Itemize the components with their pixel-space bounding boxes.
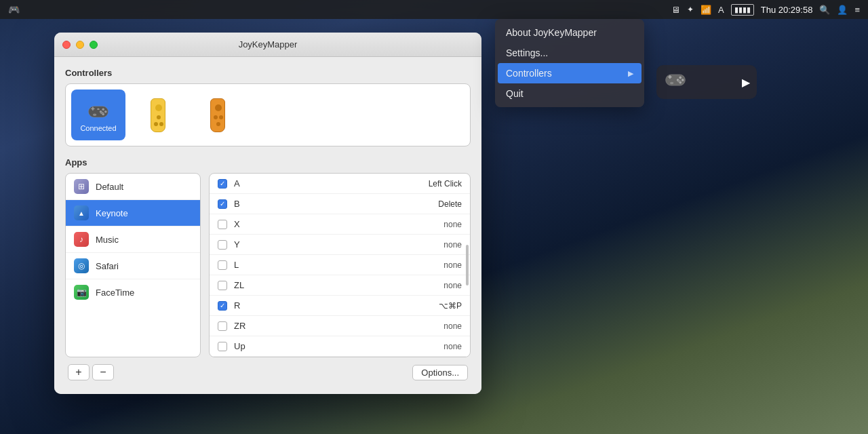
checkbox-X[interactable] — [218, 220, 227, 229]
close-button[interactable] — [62, 41, 71, 49]
mapping-row-ZL: ZL none — [210, 275, 470, 296]
app-item-music[interactable]: ♪ Music — [66, 226, 200, 253]
button-name-B: B — [234, 199, 438, 209]
user-icon[interactable]: 👤 — [837, 5, 848, 15]
add-button[interactable]: + — [68, 364, 90, 380]
button-name-Y: Y — [234, 239, 443, 250]
controllers-area: Connected — [65, 83, 471, 146]
mapping-row-Up: Up none — [210, 336, 470, 357]
battery-icon: ▮▮▮▮ — [731, 4, 754, 16]
checkbox-B[interactable]: ✓ — [218, 199, 227, 209]
maximize-button[interactable] — [90, 41, 98, 49]
checkbox-Up[interactable] — [218, 342, 227, 351]
checkbox-R[interactable]: ✓ — [218, 301, 227, 311]
svg-rect-13 — [669, 75, 671, 78]
button-name-X: X — [234, 219, 443, 229]
gamepad-icon — [86, 98, 111, 123]
mapping-value-A[interactable]: Left Click — [429, 179, 462, 189]
menu-arrow-icon: ▶ — [628, 69, 633, 78]
mapping-value-L[interactable]: none — [443, 260, 462, 270]
menu-item-controllers[interactable]: Controllers ▶ — [498, 63, 642, 83]
menu-item-quit-label: Quit — [506, 88, 524, 99]
mapping-panel: ✓ A Left Click ✓ B Delete X none — [209, 173, 471, 357]
minimize-button[interactable] — [76, 41, 84, 49]
menu-item-about-label: About JoyKeyMapper — [506, 27, 597, 38]
mapping-value-Up[interactable]: none — [443, 342, 462, 351]
app-item-safari[interactable]: ◎ Safari — [66, 253, 200, 279]
menu-item-settings-label: Settings... — [506, 47, 548, 58]
mapping-row-R: ✓ R ⌥⌘P — [210, 296, 470, 316]
mapping-value-ZR[interactable]: none — [443, 321, 462, 331]
default-app-icon: ⊞ — [74, 179, 89, 194]
menu-item-quit[interactable]: Quit — [495, 83, 644, 104]
svg-point-7 — [93, 113, 96, 116]
screen-icon[interactable]: 🖥 — [671, 5, 680, 15]
button-name-R: R — [234, 300, 439, 311]
menu-item-about[interactable]: About JoyKeyMapper — [495, 22, 644, 43]
search-icon[interactable]: 🔍 — [819, 5, 830, 15]
mapping-value-B[interactable]: Delete — [438, 199, 462, 209]
mapping-value-X[interactable]: none — [443, 220, 462, 229]
svg-point-5 — [104, 111, 107, 113]
svg-point-3 — [102, 108, 104, 111]
mapping-value-Y[interactable]: none — [443, 240, 462, 250]
dropdown-menu: About JoyKeyMapper Settings... Controlle… — [495, 19, 644, 107]
controller-item-3[interactable] — [191, 90, 245, 140]
app-name-safari: Safari — [96, 261, 119, 271]
checkbox-ZL[interactable] — [218, 281, 227, 290]
menubar-time: Thu 20:29:58 — [761, 5, 813, 15]
controllers-label: Controllers — [65, 68, 471, 78]
window-title: JoyKeyMapper — [239, 39, 298, 50]
button-name-Up: Up — [234, 341, 443, 351]
checkbox-Y[interactable] — [218, 240, 227, 250]
window-content: Controllers — [54, 57, 481, 394]
mapping-row-B: ✓ B Delete — [210, 194, 470, 214]
svg-point-19 — [677, 80, 681, 83]
bluetooth-icon[interactable]: ✦ — [687, 5, 694, 14]
apps-panel: ⊞ Default ▲ Keynote ♪ Music ◎ Safari — [65, 173, 201, 357]
remove-button[interactable]: − — [92, 364, 114, 380]
menubar-right: 🖥 ✦ 📶 A ▮▮▮▮ Thu 20:29:58 🔍 👤 ≡ — [671, 4, 860, 16]
keynote-app-icon: ▲ — [74, 205, 89, 220]
menubar: 🎮 🖥 ✦ 📶 A ▮▮▮▮ Thu 20:29:58 🔍 👤 ≡ — [0, 0, 868, 19]
svg-point-8 — [100, 111, 104, 114]
mapping-value-ZL[interactable]: none — [443, 281, 462, 290]
mapping-value-R[interactable]: ⌥⌘P — [439, 301, 462, 311]
wifi-icon[interactable]: 📶 — [701, 5, 711, 15]
checkbox-L[interactable] — [218, 260, 227, 270]
list-icon[interactable]: ≡ — [854, 5, 860, 15]
now-playing-icon — [663, 68, 688, 97]
scroll-indicator[interactable] — [466, 245, 469, 285]
app-name-music: Music — [96, 235, 119, 245]
toolbar-buttons: + − — [68, 364, 114, 380]
mapping-row-A: ✓ A Left Click — [210, 174, 470, 194]
titlebar: JoyKeyMapper — [54, 33, 481, 57]
app-name-keynote: Keynote — [96, 208, 128, 218]
checkbox-ZR[interactable] — [218, 321, 227, 331]
options-button[interactable]: Options... — [412, 365, 468, 380]
menu-item-controllers-label: Controllers — [506, 68, 552, 79]
widget-gamepad-icon — [663, 68, 688, 92]
desktop: 🎮 🖥 ✦ 📶 A ▮▮▮▮ Thu 20:29:58 🔍 👤 ≡ JoyKey… — [0, 0, 868, 434]
svg-point-18 — [670, 81, 673, 84]
mapping-row-ZR: ZR none — [210, 316, 470, 336]
app-item-facetime[interactable]: 📷 FaceTime — [66, 279, 200, 305]
app-item-default[interactable]: ⊞ Default — [66, 174, 200, 200]
mapping-row-L: L none — [210, 255, 470, 275]
text-icon[interactable]: A — [718, 5, 724, 15]
safari-app-icon: ◎ — [74, 258, 89, 273]
menu-item-settings[interactable]: Settings... — [495, 43, 644, 63]
button-name-ZR: ZR — [234, 321, 443, 331]
controller-item-2[interactable] — [131, 90, 185, 140]
app-item-keynote[interactable]: ▲ Keynote — [66, 200, 200, 226]
svg-point-14 — [679, 76, 682, 79]
svg-rect-10 — [98, 108, 98, 110]
checkbox-A[interactable]: ✓ — [218, 179, 227, 189]
app-window: JoyKeyMapper Controllers — [54, 33, 481, 394]
bottom-section: ⊞ Default ▲ Keynote ♪ Music ◎ Safari — [65, 173, 471, 357]
button-name-L: L — [234, 260, 443, 270]
facetime-app-icon: 📷 — [74, 285, 89, 300]
gamepad-menubar-icon[interactable]: 🎮 — [8, 4, 20, 15]
controller-item-1[interactable]: Connected — [71, 90, 125, 140]
now-playing-play-button[interactable]: ▶ — [742, 76, 750, 89]
